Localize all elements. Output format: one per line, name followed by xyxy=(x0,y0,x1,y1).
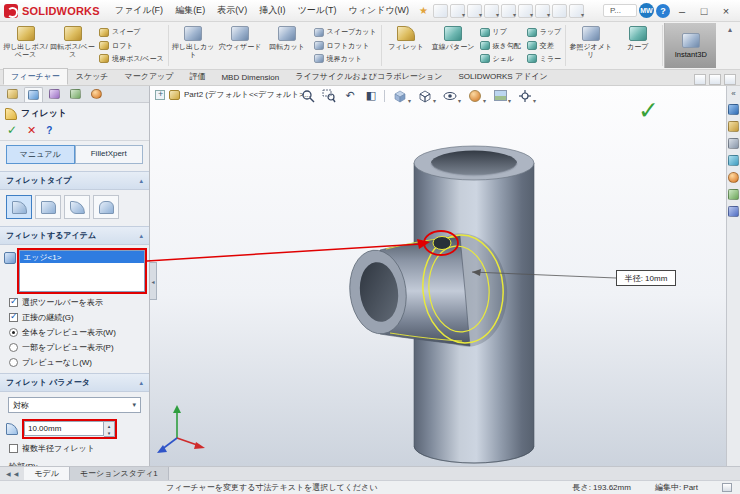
pane-layout-icon-3[interactable] xyxy=(724,74,736,85)
items-to-fillet-listbox[interactable]: エッジ<1> xyxy=(19,250,145,292)
selection-filter-icon[interactable] xyxy=(535,4,550,18)
hole-wizard-button[interactable]: 穴ウィザード xyxy=(217,23,264,68)
undo-icon[interactable] xyxy=(518,4,533,18)
rib-button[interactable]: リブ xyxy=(478,27,523,37)
zoom-area-icon[interactable] xyxy=(321,88,337,103)
pm-help-button[interactable]: ? xyxy=(46,125,52,136)
panel-splitter[interactable] xyxy=(150,262,157,300)
property-manager-tab[interactable] xyxy=(24,87,43,102)
menu-insert[interactable]: 挿入(I) xyxy=(254,2,291,19)
selected-edge-item[interactable]: エッジ<1> xyxy=(20,251,144,263)
face-fillet-button[interactable] xyxy=(64,195,90,219)
multi-radius-checkbox[interactable] xyxy=(9,444,18,453)
favorites-icon[interactable]: ★ xyxy=(416,5,431,16)
hide-show-items-icon[interactable] xyxy=(440,88,460,103)
manual-mode-button[interactable]: マニュアル xyxy=(6,145,75,164)
feature-tree-flyout-icon[interactable] xyxy=(155,90,165,100)
loft-button[interactable]: ロフト xyxy=(97,41,166,51)
file-explorer-icon[interactable] xyxy=(728,138,739,149)
show-selection-toolbar-checkbox[interactable] xyxy=(9,298,18,307)
extrude-boss-button[interactable]: 押し出しボス/ベース xyxy=(2,23,49,68)
graphics-area[interactable]: Part2 (デフォルト<<デフォルト>... ↶ ◧ xyxy=(150,86,726,466)
radius-input[interactable]: 10.00mm xyxy=(24,421,104,436)
stepper-down-icon[interactable] xyxy=(104,429,114,436)
draft-button[interactable]: 抜き勾配 xyxy=(478,41,523,51)
status-options-icon[interactable] xyxy=(722,483,732,492)
filletxpert-mode-button[interactable]: FilletXpert xyxy=(75,145,144,164)
multi-radius-option[interactable]: 複数半径フィレット xyxy=(0,439,149,454)
partial-preview-option[interactable]: 一部をプレビュー表示(P) xyxy=(0,338,149,353)
scroll-first-icon[interactable] xyxy=(6,469,11,478)
sweep-button[interactable]: スイープ xyxy=(97,27,166,37)
home-icon[interactable] xyxy=(433,4,448,18)
model-tab[interactable]: モデル xyxy=(24,467,70,480)
shell-button[interactable]: シェル xyxy=(478,54,523,64)
minimize-button[interactable]: – xyxy=(672,3,692,19)
sweep-cut-button[interactable]: スイープカット xyxy=(312,27,379,37)
tab-lifecycle-collaboration[interactable]: ライフサイクルおよびコラボレーション xyxy=(287,68,450,85)
zoom-fit-icon[interactable] xyxy=(300,88,316,103)
appearances-icon[interactable] xyxy=(728,172,739,183)
revolve-boss-button[interactable]: 回転ボス/ベース xyxy=(49,23,96,68)
mirror-button[interactable]: ミラー xyxy=(525,54,564,64)
boundary-boss-button[interactable]: 境界ボス/ベース xyxy=(97,54,166,64)
motion-study-tab[interactable]: モーションスタディ1 xyxy=(70,467,169,480)
instant3d-toggle[interactable]: Instant3D xyxy=(664,23,716,68)
tab-mbd-dimension[interactable]: MBD Dimension xyxy=(213,70,287,85)
dimxpert-manager-tab[interactable] xyxy=(66,87,85,102)
loft-cut-button[interactable]: ロフトカット xyxy=(312,41,379,51)
view-palette-icon[interactable] xyxy=(728,155,739,166)
tangent-propagation-checkbox[interactable] xyxy=(9,313,18,322)
apply-scene-icon[interactable] xyxy=(490,88,510,103)
tab-markup[interactable]: マークアップ xyxy=(117,68,182,85)
stepper-up-icon[interactable] xyxy=(104,422,114,429)
wrap-button[interactable]: ラップ xyxy=(525,27,564,37)
no-preview-radio[interactable] xyxy=(9,358,18,367)
constant-radius-fillet-button[interactable] xyxy=(6,195,32,219)
forum-icon[interactable] xyxy=(728,206,739,217)
previous-view-icon[interactable]: ↶ xyxy=(342,88,358,103)
full-preview-option[interactable]: 全体をプレビュー表示(W) xyxy=(0,323,149,338)
menu-edit[interactable]: 編集(E) xyxy=(170,2,210,19)
tab-features[interactable]: フィーチャー xyxy=(3,68,68,85)
ok-button[interactable]: ✓ xyxy=(7,123,17,137)
section-view-icon[interactable]: ◧ xyxy=(363,88,379,103)
ribbon-collapse-icon[interactable] xyxy=(722,23,738,36)
edit-appearance-icon[interactable] xyxy=(465,88,485,103)
feature-manager-tab[interactable] xyxy=(3,87,22,102)
resources-icon[interactable] xyxy=(728,104,739,115)
section-fillet-parameters[interactable]: フィレット パラメータ xyxy=(0,373,149,392)
pane-layout-icon-2[interactable] xyxy=(709,74,721,85)
configuration-manager-tab[interactable] xyxy=(45,87,64,102)
display-manager-tab[interactable] xyxy=(87,87,106,102)
radius-callout[interactable]: 半径: 10mm xyxy=(616,270,676,286)
linear-pattern-button[interactable]: 直線パターン xyxy=(430,23,477,68)
extrude-cut-button[interactable]: 押し出しカット xyxy=(170,23,217,68)
no-preview-option[interactable]: プレビューなし(W) xyxy=(0,353,149,368)
partial-preview-radio[interactable] xyxy=(9,343,18,352)
menu-file[interactable]: ファイル(F) xyxy=(110,2,168,19)
full-round-fillet-button[interactable] xyxy=(93,195,119,219)
section-items-to-fillet[interactable]: フィレットするアイテム xyxy=(0,226,149,245)
scroll-left-icon[interactable] xyxy=(14,469,19,478)
new-document-icon[interactable] xyxy=(450,4,465,18)
design-library-icon[interactable] xyxy=(728,121,739,132)
variable-radius-fillet-button[interactable] xyxy=(35,195,61,219)
menu-window[interactable]: ウィンドウ(W) xyxy=(344,2,415,19)
show-selection-toolbar-option[interactable]: 選択ツールバーを表示 xyxy=(0,293,149,308)
maximize-button[interactable]: □ xyxy=(694,3,714,19)
view-settings-icon[interactable] xyxy=(515,88,535,103)
view-orientation-icon[interactable] xyxy=(390,88,410,103)
section-fillet-type[interactable]: フィレットタイプ xyxy=(0,171,149,190)
cancel-button[interactable]: ✕ xyxy=(27,124,36,137)
rebuild-icon[interactable] xyxy=(552,4,567,18)
open-icon[interactable] xyxy=(467,4,482,18)
print-icon[interactable] xyxy=(501,4,516,18)
search-input[interactable]: P... xyxy=(603,4,637,17)
save-icon[interactable] xyxy=(484,4,499,18)
full-preview-radio[interactable] xyxy=(9,328,18,337)
pane-layout-icon-1[interactable] xyxy=(694,74,706,85)
menu-view[interactable]: 表示(V) xyxy=(212,2,252,19)
display-style-icon[interactable] xyxy=(415,88,435,103)
tab-solidworks-addins[interactable]: SOLIDWORKS アドイン xyxy=(450,68,555,85)
